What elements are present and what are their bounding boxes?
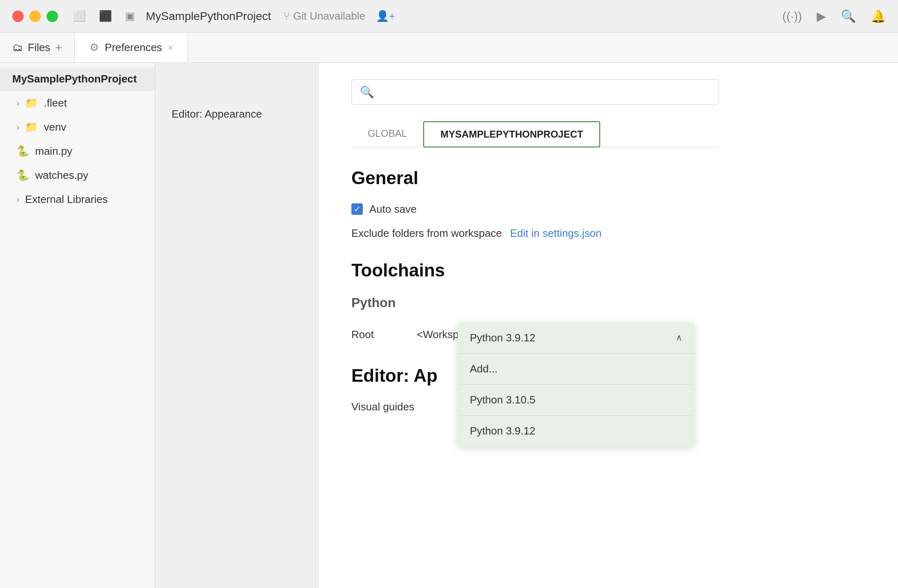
chevron-right-icon: › [16, 98, 19, 109]
root-label: Root [351, 323, 400, 341]
split-icon[interactable]: ▣ [125, 10, 135, 22]
show-settings-json-link[interactable] [168, 126, 306, 138]
sidebar-item-label: main.py [35, 145, 72, 158]
titlebar: ⬜ ⬛ ▣ MySamplePythonProject ⑂ Git Unavai… [0, 0, 898, 33]
auto-save-checkbox-wrapper[interactable]: ✓ Auto save [351, 203, 417, 216]
chevron-right-icon: › [16, 122, 19, 133]
folder-icon: 📁 [25, 121, 38, 134]
files-tab[interactable]: 🗂 Files + [0, 33, 75, 62]
folder-icon: 📁 [25, 97, 38, 109]
search-icon: 🔍 [360, 85, 374, 99]
python-row: Root <Workspace Root> Python Python 3.9.… [351, 323, 865, 345]
tab-project[interactable]: MYSAMPLEPYTHONPROJECT [423, 121, 600, 147]
sidebar-item-venv[interactable]: › 📁 venv [0, 115, 155, 139]
notifications-icon[interactable]: 🔔 [871, 9, 886, 23]
settings-panel: 🔍 GLOBAL MYSAMPLEPYTHONPROJECT General ✓… [319, 63, 898, 588]
python-file-icon: 🐍 [16, 169, 29, 182]
project-title: MySamplePythonProject [146, 10, 271, 23]
sidebar: MySamplePythonProject › 📁 .fleet › 📁 ven… [0, 63, 155, 588]
toolchains-heading: Toolchains [351, 260, 865, 281]
auto-save-row: ✓ Auto save [351, 203, 865, 216]
python-subheading: Python [351, 295, 865, 310]
sidebar-project-name: MySamplePythonProject [0, 67, 155, 91]
sidebar-item-main-py[interactable]: 🐍 main.py [0, 139, 155, 163]
exclude-folders-label: Exclude folders from workspace [351, 227, 502, 240]
titlebar-actions: ((·)) ▶ 🔍 🔔 [782, 9, 886, 23]
minimize-button[interactable] [29, 11, 41, 22]
dropdown-selected-value: Python 3.9.12 [470, 332, 535, 344]
auto-save-checkbox[interactable]: ✓ [351, 203, 363, 215]
sidebar-item-label: watches.py [35, 169, 88, 182]
files-tab-label: Files [28, 41, 50, 54]
folder-icon: 🗂 [12, 41, 23, 54]
sidebar-item-watches-py[interactable]: 🐍 watches.py [0, 163, 155, 187]
exclude-folders-row: Exclude folders from workspace Edit in s… [351, 227, 865, 240]
search-bar: 🔍 [351, 79, 719, 105]
content-area: Editor: Appearance 🔍 GLOBAL MYSAMPLEPYTH… [155, 63, 898, 588]
new-tab-button[interactable]: + [55, 41, 63, 55]
sidebar-item-label: venv [44, 121, 66, 134]
preferences-tab-label: Preferences [105, 41, 162, 54]
edit-in-settings-json-link[interactable]: Edit in settings.json [510, 227, 601, 240]
sidebar-item-fleet[interactable]: › 📁 .fleet [0, 91, 155, 115]
left-nav: Editor: Appearance [155, 63, 319, 588]
chevron-up-icon: ∧ [676, 332, 682, 343]
visual-guides-label: Visual guides [351, 401, 414, 413]
python-version-dropdown[interactable]: Python 3.9.12 ∧ Add... Python 3.10.5 Pyt… [458, 323, 695, 446]
dropdown-header[interactable]: Python 3.9.12 ∧ [458, 323, 695, 354]
chevron-right-icon: › [16, 194, 19, 205]
sidebar-item-label: External Libraries [25, 193, 107, 206]
add-user-icon[interactable]: 👤+ [376, 10, 395, 22]
general-section: General ✓ Auto save Exclude folders from… [351, 168, 865, 240]
search-icon[interactable]: 🔍 [841, 9, 856, 23]
sidebar-item-label: .fleet [44, 97, 67, 109]
run-icon[interactable]: ▶ [817, 9, 826, 23]
maximize-button[interactable] [47, 11, 58, 22]
git-label: Git Unavailable [293, 10, 365, 22]
general-heading: General [351, 168, 865, 188]
checkmark-icon: ✓ [354, 204, 361, 214]
layout-icon[interactable]: ⬛ [99, 10, 112, 22]
git-status[interactable]: ⑂ Git Unavailable [284, 10, 365, 22]
close-button[interactable] [12, 11, 24, 22]
main-layout: MySamplePythonProject › 📁 .fleet › 📁 ven… [0, 63, 898, 588]
preferences-tab[interactable]: ⚙ Preferences × [75, 33, 188, 62]
preferences-tab-icon: ⚙ [89, 41, 99, 54]
settings-tabs: GLOBAL MYSAMPLEPYTHONPROJECT [351, 121, 719, 147]
traffic-lights [12, 11, 58, 22]
sidebar-item-external-libraries[interactable]: › External Libraries [0, 187, 155, 212]
sidebar-toggle-icon[interactable]: ⬜ [73, 10, 86, 22]
git-icon: ⑂ [284, 10, 290, 22]
tabbar: 🗂 Files + ⚙ Preferences × [0, 33, 898, 63]
dropdown-item-python-3-10-5[interactable]: Python 3.10.5 [458, 385, 695, 415]
nav-item-general[interactable] [168, 79, 306, 91]
dropdown-item-python-3-9-12[interactable]: Python 3.9.12 [458, 416, 695, 446]
close-tab-button[interactable]: × [168, 42, 173, 53]
tab-global[interactable]: GLOBAL [351, 121, 423, 147]
python-file-icon: 🐍 [16, 145, 29, 158]
nav-item-editor-appearance[interactable]: Editor: Appearance [168, 102, 306, 126]
nav-item-toolchains[interactable] [168, 91, 306, 102]
toolchains-section: Toolchains Python Root <Workspace Root> … [351, 260, 865, 345]
broadcast-icon[interactable]: ((·)) [782, 9, 802, 23]
search-input[interactable] [381, 86, 710, 98]
auto-save-label: Auto save [369, 203, 417, 216]
dropdown-item-add[interactable]: Add... [458, 354, 695, 384]
